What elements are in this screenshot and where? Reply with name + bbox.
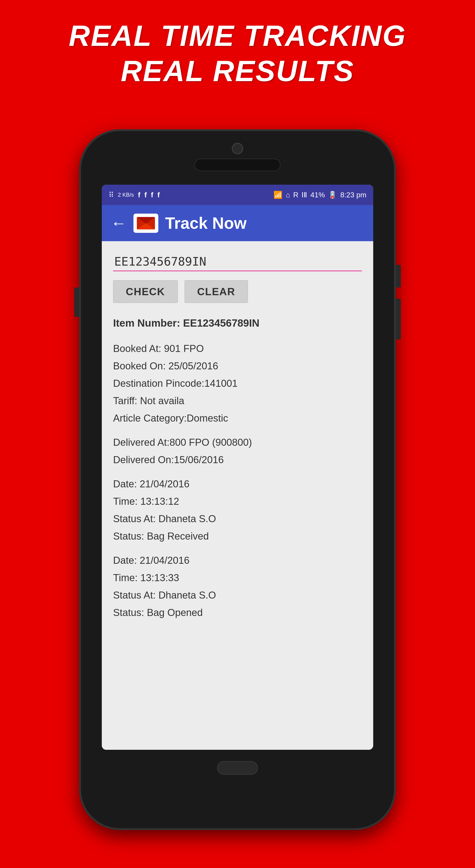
social-icon-3: f	[151, 191, 153, 199]
status-bar-right: 📶 ⌂ R ⅠⅡ 41% 🪫 8:23 pm	[273, 191, 366, 199]
event2-section: Date: 21/04/2016 Time: 13:13:33 Status A…	[113, 552, 362, 621]
headline-line1: REAL TIME TRACKING	[69, 18, 406, 53]
event1-status: Status: Bag Received	[113, 527, 362, 545]
tracking-info: Item Number: EE123456789IN Booked At: 90…	[113, 314, 362, 621]
tracking-number-input[interactable]	[113, 252, 362, 271]
app-icon	[133, 214, 158, 233]
phone-top	[79, 129, 396, 171]
social-icon-4: f	[157, 191, 160, 199]
home-icon: ⌂	[286, 191, 290, 199]
signal-r-icon: R	[293, 191, 298, 199]
event1-date: Date: 21/04/2016	[113, 475, 362, 493]
home-button[interactable]	[217, 761, 258, 775]
event2-date: Date: 21/04/2016	[113, 552, 362, 569]
item-number: Item Number: EE123456789IN	[113, 314, 362, 332]
delivered-on: Delivered On:15/06/2016	[113, 451, 362, 468]
event2-status: Status: Bag Opened	[113, 604, 362, 621]
data-speed: 2 KB/s	[118, 192, 134, 198]
time-display: 8:23 pm	[340, 191, 366, 199]
status-bar: ⠿ 2 KB/s f f f f 📶 ⌂ R ⅠⅡ 41% 🪫 8:23 pm	[102, 185, 373, 205]
speaker	[195, 159, 280, 171]
app-title: Track Now	[165, 214, 246, 232]
volume-down-button[interactable]	[396, 299, 401, 340]
envelope-icon	[137, 217, 155, 229]
app-headline: REAL TIME TRACKING REAL RESULTS	[69, 18, 406, 89]
event1-status-at: Status At: Dhaneta S.O	[113, 510, 362, 527]
battery-icon: 🪫	[328, 191, 337, 199]
signal-bars-icon: ⅠⅡ	[301, 191, 307, 199]
phone-bottom	[79, 750, 396, 790]
button-row: CHECK CLEAR	[113, 280, 362, 303]
destination-pincode: Destination Pincode:141001	[113, 375, 362, 392]
booked-on: Booked On: 25/05/2016	[113, 357, 362, 375]
event1-time: Time: 13:13:12	[113, 493, 362, 510]
event2-time: Time: 13:13:33	[113, 569, 362, 586]
app-bar: ← Track Now	[102, 205, 373, 241]
article-category: Article Category:Domestic	[113, 409, 362, 427]
delivered-at: Delivered At:800 FPO (900800)	[113, 434, 362, 451]
screen: ⠿ 2 KB/s f f f f 📶 ⌂ R ⅠⅡ 41% 🪫 8:23 pm	[102, 185, 373, 750]
wifi-icon: 📶	[273, 191, 283, 199]
social-icon-1: f	[138, 191, 141, 199]
status-misc-icon: ⠿	[109, 191, 114, 199]
booked-at: Booked At: 901 FPO	[113, 340, 362, 357]
check-button[interactable]: CHECK	[113, 280, 178, 303]
tariff: Tariff: Not availa	[113, 392, 362, 409]
social-icon-2: f	[144, 191, 147, 199]
envelope-v	[137, 223, 155, 229]
back-button[interactable]: ←	[111, 214, 127, 232]
content-area: CHECK CLEAR Item Number: EE123456789IN B…	[102, 241, 373, 750]
event1-section: Date: 21/04/2016 Time: 13:13:12 Status A…	[113, 475, 362, 545]
phone-wrapper: ⠿ 2 KB/s f f f f 📶 ⌂ R ⅠⅡ 41% 🪫 8:23 pm	[79, 129, 396, 830]
power-button[interactable]	[396, 265, 401, 287]
camera	[232, 143, 243, 154]
status-bar-left: ⠿ 2 KB/s f f f f	[109, 191, 160, 199]
phone-shell: ⠿ 2 KB/s f f f f 📶 ⌂ R ⅠⅡ 41% 🪫 8:23 pm	[79, 129, 396, 830]
envelope-flap	[137, 217, 155, 224]
delivery-section: Delivered At:800 FPO (900800) Delivered …	[113, 434, 362, 468]
battery-level: 41%	[310, 191, 325, 199]
booking-section: Booked At: 901 FPO Booked On: 25/05/2016…	[113, 340, 362, 427]
volume-button[interactable]	[74, 287, 79, 317]
headline-line2: REAL RESULTS	[69, 53, 406, 89]
clear-button[interactable]: CLEAR	[184, 280, 248, 303]
event2-status-at: Status At: Dhaneta S.O	[113, 586, 362, 604]
